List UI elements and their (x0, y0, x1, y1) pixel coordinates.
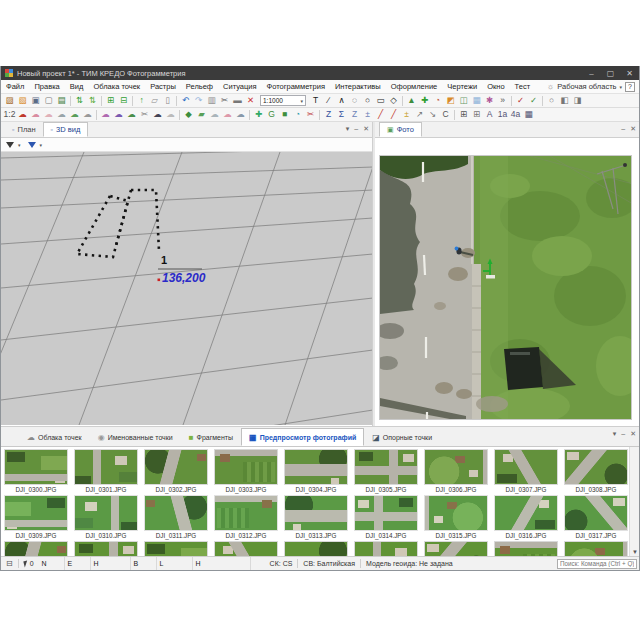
panel-menu-icon[interactable]: ▾ (613, 430, 617, 438)
photo-thumbnail[interactable]: DJI_0302.JPG (141, 447, 211, 493)
menu-item[interactable]: Правка (29, 82, 64, 91)
chevron-down-icon[interactable]: ▾ (40, 142, 43, 148)
menu-item[interactable]: Вид (65, 82, 89, 91)
photo-thumbnail[interactable]: DJI_0305.JPG (351, 447, 421, 493)
command-search-input[interactable] (557, 559, 637, 569)
z-sigma-icon[interactable]: Σ (335, 109, 348, 121)
photo-thumbnail[interactable]: DJI_0312.JPG (211, 493, 281, 539)
project-table-icon[interactable]: ▤ (55, 95, 68, 107)
photo-thumbnail[interactable] (491, 539, 561, 557)
cloud-red-icon[interactable]: ☁ (16, 109, 29, 121)
send-up-icon[interactable]: ↑ (135, 95, 148, 107)
add-point-icon[interactable]: ✚ (418, 95, 431, 107)
chevron-down-icon[interactable]: ▾ (18, 142, 21, 148)
z-mean-icon[interactable]: Z (348, 109, 361, 121)
photo-thumbnail[interactable]: DJI_0300.JPG (1, 447, 71, 493)
filter-icon[interactable] (6, 142, 14, 148)
circle-select-icon[interactable]: ○ (545, 95, 558, 107)
arrow-down-icon[interactable]: ↘ (426, 109, 439, 121)
import-model-icon[interactable]: ◩ (444, 95, 457, 107)
menu-item[interactable]: Окно (482, 82, 509, 91)
pencil-red2-icon[interactable]: ╱ (387, 109, 400, 121)
undo-icon[interactable]: ↶ (179, 95, 192, 107)
panel-close-icon[interactable]: ✕ (630, 430, 636, 438)
photo-thumbnail[interactable] (351, 539, 421, 557)
cloud-dark-icon[interactable]: ☁ (151, 109, 164, 121)
open-project-icon[interactable]: ▨ (3, 95, 16, 107)
terrain-icon[interactable]: ▲ (405, 95, 418, 107)
window-right-icon[interactable]: ◨ (571, 95, 584, 107)
bag-green-icon[interactable]: ◆ (182, 109, 195, 121)
help-button[interactable]: ? (625, 82, 635, 92)
export-points-icon[interactable]: ⇅ (86, 95, 99, 107)
thumbnail-scrollbar[interactable]: ▼ (629, 447, 639, 557)
check-green-icon[interactable]: ✓ (527, 95, 540, 107)
menu-item[interactable]: Интерактивы (330, 82, 386, 91)
measure-4-icon[interactable]: 4a (509, 109, 522, 121)
pencil-c-icon[interactable]: C (439, 109, 452, 121)
capture-icon[interactable]: ⊟ (6, 559, 13, 568)
cloud-ground-icon[interactable]: ☁ (125, 109, 138, 121)
copy-page-icon[interactable]: ▱ (148, 95, 161, 107)
more-tools-icon[interactable]: » (496, 95, 509, 107)
arc-object-icon[interactable]: ◔ (431, 95, 444, 107)
photo-thumbnail[interactable]: DJI_0303.JPG (211, 447, 281, 493)
photo-thumbnail[interactable] (211, 539, 281, 557)
paste-icon[interactable]: ▬ (231, 95, 244, 107)
photo-thumbnail[interactable]: DJI_0317.JPG (561, 493, 631, 539)
cloud-crop-icon[interactable]: ☁ (99, 109, 112, 121)
photo-thumbnail[interactable]: DJI_0313.JPG (281, 493, 351, 539)
cloud-rose2-icon[interactable]: ☁ (221, 109, 234, 121)
delete-icon[interactable]: ✕ (244, 95, 257, 107)
cut-red-icon[interactable]: ✂ (304, 109, 317, 121)
save-icon[interactable]: ▣ (29, 95, 42, 107)
tab-point-clouds[interactable]: ☁ Облака точек (19, 428, 90, 446)
maximize-button[interactable]: ▢ (601, 66, 620, 80)
menu-item[interactable]: Фотограмметрия (262, 82, 330, 91)
table-small-icon[interactable]: ▦ (522, 109, 535, 121)
panel-close-icon[interactable]: ✕ (363, 125, 369, 133)
cloud-white-icon[interactable]: ☁ (208, 109, 221, 121)
cloud-gray-icon[interactable]: ☁ (81, 109, 94, 121)
tab-control-points[interactable]: ◪ Опорные точки (364, 428, 440, 446)
photo-thumbnail[interactable]: DJI_0304.JPG (281, 447, 351, 493)
q-tool-icon[interactable]: ◔ (291, 109, 304, 121)
menu-item[interactable]: Рельеф (181, 82, 218, 91)
panel-minimize-icon[interactable]: – (621, 125, 625, 133)
geoid-field[interactable]: Модель геоида: Не задана (361, 557, 458, 570)
cloud-outline-icon[interactable]: ☁ (55, 109, 68, 121)
import-points-icon[interactable]: ⇅ (73, 95, 86, 107)
photo-thumbnail[interactable]: DJI_0301.JPG (71, 447, 141, 493)
photo-thumbnail[interactable] (141, 539, 211, 557)
cloud-light-icon[interactable]: ☁ (164, 109, 177, 121)
cloud-classify-icon[interactable]: ☁ (112, 109, 125, 121)
table-import-icon[interactable]: ⊞ (104, 95, 117, 107)
tab-3d-view[interactable]: ▫ 3D вид (43, 122, 89, 137)
aerial-photo-view[interactable] (379, 155, 632, 420)
crs-field[interactable]: СК: CS (265, 557, 298, 570)
tab-photo[interactable]: ▣ Фото (379, 122, 422, 137)
menu-item[interactable]: Облака точек (88, 82, 145, 91)
menu-item[interactable]: Тест (510, 82, 536, 91)
ellipse-tool-icon[interactable]: ◌ (348, 95, 361, 107)
window-left-icon[interactable]: ◧ (558, 95, 571, 107)
panel-close-icon[interactable]: ✕ (630, 125, 636, 133)
line-tool-icon[interactable]: ∕ (322, 95, 335, 107)
measure-a-icon[interactable]: A (483, 109, 496, 121)
z-filter-icon[interactable]: Z (322, 109, 335, 121)
z-plusminus-icon[interactable]: ± (361, 109, 374, 121)
photo-thumbnail[interactable]: DJI_0306.JPG (421, 447, 491, 493)
photo-thumbnail[interactable]: DJI_0314.JPG (351, 493, 421, 539)
pencil-red-icon[interactable]: ╱ (374, 109, 387, 121)
grid-check2-icon[interactable]: ⊞ (470, 109, 483, 121)
cloud-cut-icon[interactable]: ✂ (138, 109, 151, 121)
tab-fragments[interactable]: ■ Фрагменты (181, 428, 241, 446)
menu-item[interactable]: Ситуация (218, 82, 262, 91)
copy-icon[interactable]: ▥ (205, 95, 218, 107)
menu-item[interactable]: Оформление (386, 82, 443, 91)
tab-plan[interactable]: ▫ План (5, 122, 43, 137)
circle-tool-icon[interactable]: ○ (361, 95, 374, 107)
panel-minimize-icon[interactable]: – (354, 125, 358, 133)
photo-thumbnail[interactable]: DJI_0311.JPG (141, 493, 211, 539)
cut-icon[interactable]: ✂ (218, 95, 231, 107)
